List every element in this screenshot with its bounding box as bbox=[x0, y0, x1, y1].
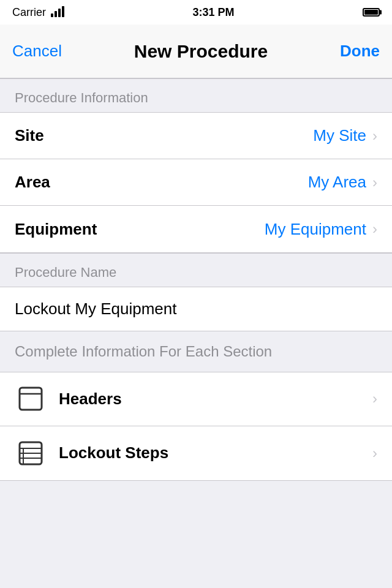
site-value: My Site bbox=[313, 126, 366, 145]
procedure-info-label: Procedure Information bbox=[15, 90, 148, 105]
equipment-label: Equipment bbox=[15, 220, 97, 239]
hint-section: Complete Information For Each Section bbox=[0, 331, 392, 372]
wifi-icon bbox=[51, 7, 64, 17]
equipment-chevron-icon: › bbox=[372, 222, 377, 236]
lockout-steps-icon bbox=[15, 437, 47, 469]
nav-bar: Cancel New Procedure Done bbox=[0, 24, 392, 78]
area-row[interactable]: Area My Area › bbox=[0, 159, 392, 206]
site-value-container: My Site › bbox=[313, 126, 377, 145]
status-bar: Carrier 3:31 PM bbox=[0, 0, 392, 24]
svg-rect-0 bbox=[20, 388, 42, 410]
headers-chevron-icon: › bbox=[372, 391, 377, 406]
lockout-steps-chevron-icon: › bbox=[372, 446, 377, 461]
headers-icon bbox=[15, 383, 47, 415]
done-button[interactable]: Done bbox=[340, 42, 380, 61]
area-label: Area bbox=[15, 173, 50, 192]
page-title: New Procedure bbox=[134, 41, 268, 62]
status-bar-time: 3:31 PM bbox=[192, 6, 234, 19]
procedure-info-header: Procedure Information bbox=[0, 78, 392, 113]
site-row[interactable]: Site My Site › bbox=[0, 113, 392, 159]
cancel-button[interactable]: Cancel bbox=[12, 42, 62, 61]
procedure-name-header: Procedure Name bbox=[0, 253, 392, 287]
headers-label: Headers bbox=[59, 390, 372, 409]
procedure-name-row[interactable]: Lockout My Equipment bbox=[0, 287, 392, 331]
site-chevron-icon: › bbox=[372, 129, 377, 143]
hint-text: Complete Information For Each Section bbox=[15, 343, 272, 360]
area-value-container: My Area › bbox=[308, 173, 377, 192]
site-label: Site bbox=[15, 126, 44, 145]
lockout-steps-row[interactable]: Lockout Steps › bbox=[0, 426, 392, 480]
carrier-label: Carrier bbox=[12, 6, 46, 19]
battery-icon bbox=[363, 8, 380, 17]
area-value: My Area bbox=[308, 173, 366, 192]
equipment-value: My Equipment bbox=[265, 220, 366, 239]
equipment-value-container: My Equipment › bbox=[265, 220, 377, 239]
action-section: Headers › Lockout Steps › bbox=[0, 372, 392, 481]
headers-row[interactable]: Headers › bbox=[0, 372, 392, 426]
area-chevron-icon: › bbox=[372, 175, 377, 190]
lockout-steps-label: Lockout Steps bbox=[59, 443, 372, 462]
equipment-row[interactable]: Equipment My Equipment › bbox=[0, 206, 392, 252]
status-bar-left: Carrier bbox=[12, 6, 64, 19]
procedure-info-section: Site My Site › Area My Area › Equipment … bbox=[0, 113, 392, 253]
procedure-name-label: Procedure Name bbox=[15, 265, 116, 280]
status-bar-right bbox=[363, 8, 380, 17]
procedure-name-value: Lockout My Equipment bbox=[15, 300, 176, 318]
